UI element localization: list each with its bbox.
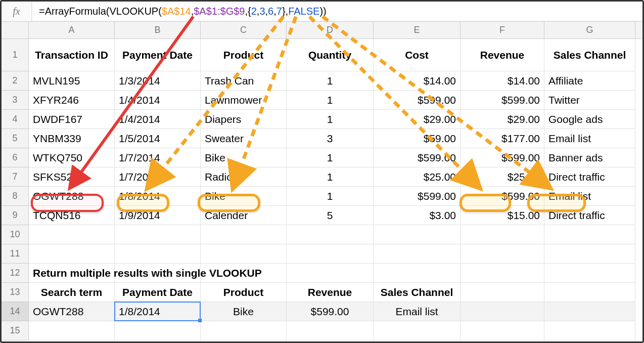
cell[interactable]: 1/7/2014 xyxy=(115,148,201,167)
cell[interactable]: Affiliate xyxy=(544,71,635,91)
result-product[interactable]: Bike xyxy=(201,302,287,321)
row-header-5[interactable]: 5 xyxy=(2,129,29,148)
cell[interactable] xyxy=(461,264,544,283)
cell[interactable]: MVLN195 xyxy=(29,71,115,91)
cell[interactable]: $29.00 xyxy=(374,110,461,129)
cell[interactable] xyxy=(374,244,461,264)
cell[interactable]: 1/8/2014 xyxy=(115,187,201,206)
cell[interactable]: Calender xyxy=(201,206,287,225)
header-quantity[interactable]: Quantity xyxy=(287,39,374,71)
sub-header-sales-channel[interactable]: Sales Channel xyxy=(374,283,461,302)
cell[interactable] xyxy=(201,244,287,264)
cell[interactable]: $29.00 xyxy=(461,110,544,129)
cell[interactable] xyxy=(544,225,635,244)
formula-bar-input[interactable]: =ArrayFormula(VLOOKUP( $A$14 , $A$1:$G$9… xyxy=(34,4,640,20)
cell[interactable] xyxy=(201,264,287,283)
col-header-A[interactable]: A xyxy=(29,22,115,38)
cell[interactable]: Banner ads xyxy=(544,148,635,167)
cell[interactable]: Email list xyxy=(544,187,635,206)
cell[interactable]: $177.00 xyxy=(461,129,544,148)
cell[interactable] xyxy=(374,264,461,283)
cell[interactable]: $25.00 xyxy=(374,167,461,187)
cell[interactable]: Bike xyxy=(201,187,287,206)
row-header-9[interactable]: 9 xyxy=(2,206,29,225)
col-header-G[interactable]: G xyxy=(544,22,635,38)
cell[interactable]: $599.00 xyxy=(374,148,461,167)
cell[interactable] xyxy=(115,244,201,264)
cell[interactable]: Bike xyxy=(201,148,287,167)
row-header-10[interactable]: 10 xyxy=(2,225,29,244)
header-payment-date[interactable]: Payment Date xyxy=(115,39,201,71)
cell[interactable]: $599.00 xyxy=(374,187,461,206)
cell[interactable]: SFKS527 xyxy=(29,167,115,187)
cell[interactable]: 1 xyxy=(287,187,374,206)
cell[interactable] xyxy=(201,225,287,244)
row-header-8[interactable]: 8 xyxy=(2,187,29,206)
cell[interactable]: $25.00 xyxy=(461,167,544,187)
cell[interactable]: 1/9/2014 xyxy=(115,206,201,225)
cell[interactable] xyxy=(287,225,374,244)
cell[interactable] xyxy=(544,302,635,321)
cell[interactable]: DWDF167 xyxy=(29,110,115,129)
cell[interactable] xyxy=(461,244,544,264)
cell[interactable]: 1 xyxy=(287,110,374,129)
cell[interactable]: Sweater xyxy=(201,129,287,148)
row-header-7[interactable]: 7 xyxy=(2,167,29,187)
row-header-14[interactable]: 14 xyxy=(2,302,29,321)
sub-header-revenue[interactable]: Revenue xyxy=(287,283,374,302)
cell[interactable] xyxy=(461,283,544,302)
cell[interactable]: $14.00 xyxy=(461,71,544,91)
cell[interactable]: 1 xyxy=(287,148,374,167)
cell[interactable] xyxy=(201,321,287,340)
header-revenue[interactable]: Revenue xyxy=(461,39,544,71)
cell[interactable]: Google ads xyxy=(544,110,635,129)
cell[interactable]: Twitter xyxy=(544,91,635,110)
header-cost[interactable]: Cost xyxy=(374,39,461,71)
cell[interactable] xyxy=(287,321,374,340)
cell[interactable] xyxy=(544,264,635,283)
fx-icon[interactable]: fx xyxy=(2,2,32,21)
row-header-4[interactable]: 4 xyxy=(2,110,29,129)
cell[interactable] xyxy=(374,321,461,340)
cell[interactable]: 1 xyxy=(287,91,374,110)
cell[interactable] xyxy=(115,321,201,340)
cell[interactable]: $599.00 xyxy=(374,91,461,110)
cell[interactable]: 1/4/2014 xyxy=(115,91,201,110)
col-header-C[interactable]: C xyxy=(201,22,287,38)
row-header-12[interactable]: 12 xyxy=(2,264,29,283)
cell[interactable]: OGWT288 xyxy=(29,187,115,206)
result-revenue[interactable]: $599.00 xyxy=(287,302,374,321)
result-search-term[interactable]: OGWT288 xyxy=(29,302,115,321)
cell[interactable]: WTKQ750 xyxy=(29,148,115,167)
cell[interactable] xyxy=(115,225,201,244)
sub-header-product[interactable]: Product xyxy=(201,283,287,302)
cell[interactable]: TCQN516 xyxy=(29,206,115,225)
col-header-D[interactable]: D xyxy=(287,22,374,38)
cell[interactable] xyxy=(287,264,374,283)
sub-header-payment-date[interactable]: Payment Date xyxy=(115,283,201,302)
cell[interactable] xyxy=(461,302,544,321)
cell[interactable]: $3.00 xyxy=(374,206,461,225)
cell[interactable] xyxy=(29,244,115,264)
cell[interactable] xyxy=(374,225,461,244)
cell[interactable]: 5 xyxy=(287,206,374,225)
cell[interactable]: $599.00 xyxy=(461,187,544,206)
header-transaction-id[interactable]: Transaction ID xyxy=(29,39,115,71)
row-header-6[interactable]: 6 xyxy=(2,148,29,167)
cell[interactable]: 1/3/2014 xyxy=(115,71,201,91)
cell[interactable] xyxy=(544,244,635,264)
cell[interactable]: 3 xyxy=(287,129,374,148)
cell[interactable]: 1/4/2014 xyxy=(115,110,201,129)
cell[interactable]: $599.00 xyxy=(461,91,544,110)
cell[interactable]: Radio xyxy=(201,167,287,187)
row-header-15[interactable]: 15 xyxy=(2,321,29,340)
cell[interactable]: Trash Can xyxy=(201,71,287,91)
cell[interactable]: YNBM339 xyxy=(29,129,115,148)
sub-header-search-term[interactable]: Search term xyxy=(29,283,115,302)
result-payment-date[interactable]: 1/8/2014 xyxy=(115,302,201,321)
row-header-13[interactable]: 13 xyxy=(2,283,29,302)
cell[interactable] xyxy=(287,244,374,264)
cell[interactable] xyxy=(544,321,635,340)
row-header-3[interactable]: 3 xyxy=(2,91,29,110)
col-header-F[interactable]: F xyxy=(461,22,544,38)
